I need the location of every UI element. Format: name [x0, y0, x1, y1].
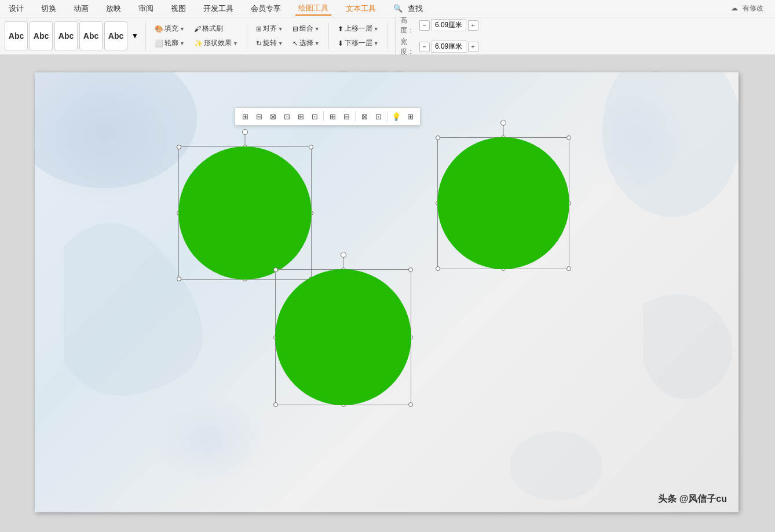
outline-button[interactable]: ⬜ 轮廓 ▼ [151, 36, 189, 50]
outline-icon: ⬜ [155, 39, 163, 47]
handle-bl-2[interactable] [436, 266, 440, 271]
menu-item-devtools[interactable]: 开发工具 [200, 2, 236, 15]
svg-point-2 [510, 431, 602, 501]
menu-item-view[interactable]: 视图 [168, 2, 189, 15]
ft-icon-8[interactable]: ⊠ [358, 110, 371, 123]
align-icon: ⊞ [256, 25, 262, 33]
format-brush-button[interactable]: 🖌 格式刷 [190, 22, 227, 35]
abc-button-0[interactable]: Abc [5, 21, 28, 50]
ft-icon-6[interactable]: ⊞ [326, 110, 339, 123]
divider-2 [328, 23, 329, 49]
align-button[interactable]: ⊞ 对齐 ▼ [252, 22, 287, 35]
width-label: 宽度： [400, 37, 418, 57]
ft-divider-1 [323, 111, 324, 122]
abc-button-4[interactable]: Abc [104, 21, 127, 50]
shape-effect-icon: ✨ [194, 39, 203, 47]
layer-group: ⬆ 上移一层 ▼ ⬇ 下移一层 ▼ [334, 22, 383, 50]
menu-item-texttool[interactable]: 文本工具 [343, 2, 379, 15]
rotate-button[interactable]: ↻ 旋转 ▼ [252, 36, 287, 50]
handle-bl-1[interactable] [177, 277, 181, 281]
menu-item-slideshow[interactable]: 放映 [103, 2, 124, 15]
abc-button-2[interactable]: Abc [54, 21, 78, 50]
save-status: ☁ 有修改 [728, 2, 769, 14]
height-increase-button[interactable]: ＋ [468, 20, 478, 31]
width-decrease-button[interactable]: － [419, 42, 430, 52]
ft-icon-9[interactable]: ⊡ [372, 110, 385, 123]
ft-icon-4[interactable]: ⊞ [294, 110, 307, 123]
watermark: 头条 @风信子cu [658, 493, 727, 505]
abc-button-3[interactable]: Abc [79, 21, 103, 50]
width-increase-button[interactable]: ＋ [468, 42, 478, 52]
menu-item-membership[interactable]: 会员专享 [248, 2, 284, 15]
ft-icon-10[interactable]: ⊞ [404, 110, 416, 123]
up-layer-icon: ⬆ [338, 25, 343, 33]
outline-arrow: ▼ [180, 41, 185, 46]
handle-tr-2[interactable] [566, 135, 571, 140]
down-layer-button[interactable]: ⬇ 下移一层 ▼ [334, 36, 383, 50]
down-layer-arrow: ▼ [374, 41, 379, 46]
ft-icon-3[interactable]: ⊡ [280, 110, 293, 123]
handle-tl-3[interactable] [273, 267, 278, 272]
rotate-handle-3[interactable] [341, 252, 346, 258]
ft-icon-0[interactable]: ⊞ [239, 110, 251, 123]
menu-item-review[interactable]: 审阅 [136, 2, 156, 15]
ft-icon-light[interactable]: 💡 [390, 110, 403, 123]
select-button[interactable]: ↖ 选择 ▼ [288, 36, 324, 50]
handle-br-3[interactable] [408, 402, 413, 407]
down-layer-icon: ⬇ [338, 39, 343, 47]
slide-canvas[interactable]: ⊞ ⊟ ⊠ ⊡ ⊞ ⊡ ⊞ ⊟ ⊠ ⊡ 💡 ⊞ [35, 72, 739, 512]
abc-expand[interactable]: ▼ [129, 21, 141, 50]
toolbar: Abc Abc Abc Abc Abc ▼ 🎨 填充 ▼ 🖌 格式刷 ⬜ 轮廓 … [0, 17, 775, 55]
circle-shape-3[interactable] [275, 269, 411, 405]
menu-item-drawtool[interactable]: 绘图工具 [295, 2, 331, 16]
handle-br-2[interactable] [566, 266, 571, 271]
group-arrow: ▼ [315, 26, 320, 32]
rotate-arrow: ▼ [278, 41, 283, 46]
rotate-icon: ↻ [256, 39, 262, 47]
float-toolbar: ⊞ ⊟ ⊠ ⊡ ⊞ ⊡ ⊞ ⊟ ⊠ ⊡ 💡 ⊞ [235, 107, 421, 126]
abc-button-group: Abc Abc Abc Abc Abc ▼ [5, 21, 146, 50]
height-decrease-button[interactable]: － [419, 20, 430, 31]
menu-bar: 设计 切换 动画 放映 审阅 视图 开发工具 会员专享 绘图工具 文本工具 🔍 … [0, 0, 775, 17]
ft-icon-5[interactable]: ⊡ [308, 110, 321, 123]
select-icon: ↖ [293, 39, 298, 47]
handle-bl-3[interactable] [273, 402, 278, 407]
height-label: 高度： [400, 16, 418, 35]
menu-item-design[interactable]: 设计 [6, 2, 27, 15]
ft-icon-2[interactable]: ⊠ [266, 110, 279, 123]
menu-item-animation[interactable]: 动画 [71, 2, 92, 15]
height-value: 6.09厘米 [432, 19, 466, 31]
handle-tl-1[interactable] [177, 145, 181, 149]
rotate-handle-1[interactable] [242, 129, 248, 135]
size-properties: 高度： － 6.09厘米 ＋ 宽度： － 6.09厘米 ＋ [395, 16, 478, 57]
menu-item-search[interactable]: 🔍 查找 [390, 2, 429, 15]
shape-effect-button[interactable]: ✨ 形状效果 ▼ [190, 36, 242, 50]
circle-shape-1[interactable] [178, 146, 312, 280]
group-button[interactable]: ⊟ 组合 ▼ [288, 22, 324, 35]
menu-item-switch[interactable]: 切换 [38, 2, 59, 15]
divider-3 [388, 23, 388, 49]
ft-icon-1[interactable]: ⊟ [253, 110, 265, 123]
fill-format-group: 🎨 填充 ▼ 🖌 格式刷 ⬜ 轮廓 ▼ ✨ 形状效果 ▼ [151, 22, 242, 50]
bg-decoration-3 [151, 397, 266, 483]
circle-shape-2[interactable] [437, 137, 569, 269]
format-brush-icon: 🖌 [194, 25, 201, 33]
up-layer-arrow: ▼ [374, 26, 379, 32]
align-arrow: ▼ [278, 26, 283, 32]
handle-tr-1[interactable] [309, 145, 313, 149]
shape-container-3[interactable] [275, 269, 411, 405]
handle-tl-2[interactable] [436, 135, 440, 140]
rotate-handle-2[interactable] [500, 120, 506, 126]
shape-container-1[interactable] [178, 146, 312, 280]
ft-divider-2 [355, 111, 356, 122]
group-icon: ⊟ [293, 25, 298, 33]
abc-button-1[interactable]: Abc [30, 21, 53, 50]
shape-container-2[interactable] [437, 137, 569, 269]
handle-tr-3[interactable] [408, 267, 413, 272]
align-group-rotate-group: ⊞ 对齐 ▼ ⊟ 组合 ▼ ↻ 旋转 ▼ ↖ 选择 ▼ [252, 22, 324, 50]
ft-icon-7[interactable]: ⊟ [340, 110, 353, 123]
ft-divider-3 [387, 111, 388, 122]
up-layer-button[interactable]: ⬆ 上移一层 ▼ [334, 22, 383, 35]
fill-button[interactable]: 🎨 填充 ▼ [151, 22, 189, 35]
canvas-area[interactable]: ⊞ ⊟ ⊠ ⊡ ⊞ ⊡ ⊞ ⊟ ⊠ ⊡ 💡 ⊞ [0, 55, 775, 532]
